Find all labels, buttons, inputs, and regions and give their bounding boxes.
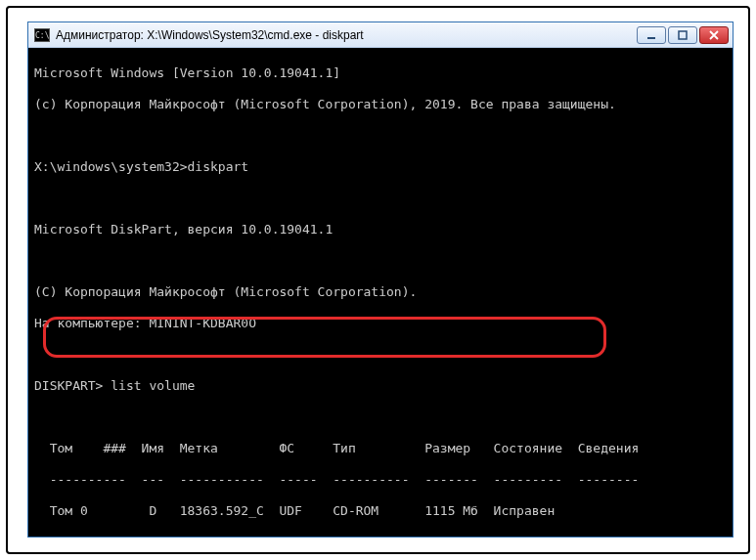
line-diskpart-corp: (C) Корпорация Майкрософт (Microsoft Cor… (34, 284, 727, 300)
line-diskpart-host: На компьютере: MININT-KDBAR0O (34, 316, 727, 331)
window-controls (637, 26, 729, 44)
line-version: Microsoft Windows [Version 10.0.19041.1] (34, 65, 727, 81)
table-row: Том 1 C Зарезервиро NTFS Раздел 50 Мб Ис… (34, 535, 727, 537)
blank (34, 191, 727, 206)
window-title: Администратор: X:\Windows\System32\cmd.e… (56, 28, 631, 42)
line-diskpart-version: Microsoft DiskPart, версия 10.0.19041.1 (34, 222, 727, 237)
minimize-button[interactable] (637, 26, 666, 44)
svg-rect-1 (679, 31, 687, 39)
blank (34, 253, 727, 269)
line-cmd-prompt: X:\windows\system32>diskpart (34, 159, 727, 175)
maximize-button[interactable] (668, 26, 697, 44)
table-divider: ---------- --- ----------- ----- -------… (34, 472, 727, 488)
cmd-window: C:\ Администратор: X:\Windows\System32\c… (27, 22, 734, 538)
svg-rect-0 (647, 37, 655, 39)
console-output[interactable]: Microsoft Windows [Version 10.0.19041.1]… (28, 48, 733, 537)
close-button[interactable] (699, 26, 729, 44)
screenshot-frame: C:\ Администратор: X:\Windows\System32\c… (6, 6, 750, 554)
table-row: Том 0 D 18363.592_C UDF CD-ROM 1115 Мб И… (34, 503, 727, 519)
table-header: Том ### Имя Метка ФС Тип Размер Состояни… (34, 441, 727, 456)
blank (34, 128, 727, 144)
titlebar[interactable]: C:\ Администратор: X:\Windows\System32\c… (28, 22, 733, 48)
prompt-list-volume: DISKPART> list volume (34, 378, 727, 394)
blank (34, 347, 727, 363)
line-copyright: (c) Корпорация Майкрософт (Microsoft Cor… (34, 97, 727, 112)
blank (34, 409, 727, 425)
cmd-icon: C:\ (34, 28, 50, 42)
